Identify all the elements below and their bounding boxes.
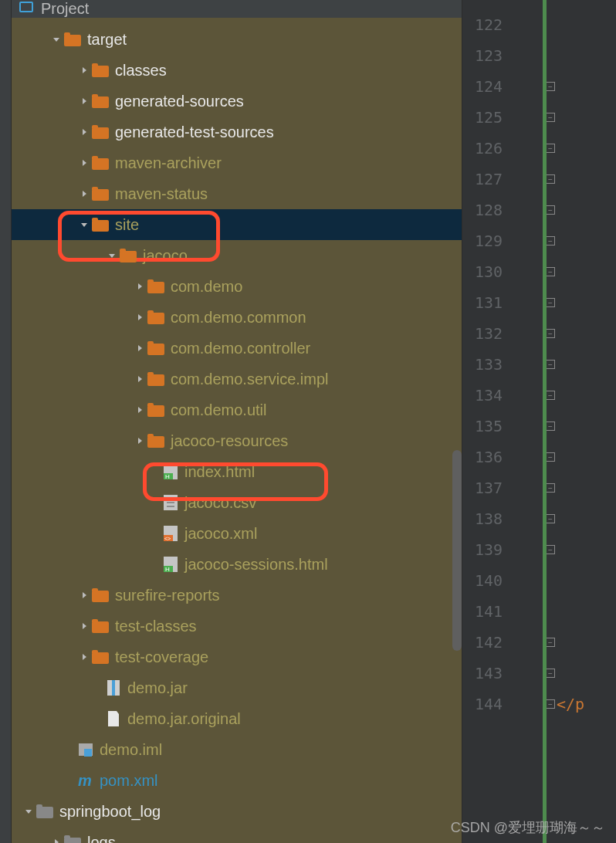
gutter-row[interactable]: − xyxy=(546,503,616,534)
gutter-fold-region[interactable]: −−−−−−−−−−−−−−−−−−−</p xyxy=(512,0,616,843)
expand-arrow-icon[interactable] xyxy=(78,651,90,663)
expand-arrow-icon[interactable] xyxy=(78,157,90,169)
gutter-row[interactable]: − xyxy=(546,164,616,195)
expand-arrow-icon[interactable] xyxy=(134,373,146,385)
expand-arrow-icon[interactable] xyxy=(106,249,118,262)
expand-arrow-icon[interactable] xyxy=(78,126,90,138)
project-tree[interactable]: targetclassesgenerated-sourcesgenerated-… xyxy=(12,18,462,843)
tree-item[interactable]: classes xyxy=(12,55,462,86)
tree-item[interactable]: springboot_log xyxy=(12,796,462,827)
tree-item[interactable]: mpom.xml xyxy=(12,765,462,796)
tree-item[interactable]: demo.jar.original xyxy=(12,703,462,734)
fold-mark-icon[interactable]: − xyxy=(546,298,555,307)
gutter-row[interactable]: − xyxy=(546,442,616,472)
expand-arrow-icon[interactable] xyxy=(78,218,90,231)
panel-header[interactable]: Project xyxy=(12,0,462,18)
fold-mark-icon[interactable]: − xyxy=(546,174,555,184)
expand-arrow-icon[interactable] xyxy=(78,95,90,107)
file-icon xyxy=(106,710,121,727)
fold-mark-icon[interactable]: − xyxy=(546,483,555,493)
fold-mark-icon[interactable]: − xyxy=(546,391,555,400)
tool-window-stripe[interactable] xyxy=(0,0,12,843)
gutter-row[interactable]: − xyxy=(546,133,616,164)
fold-mark-icon[interactable]: − xyxy=(546,699,555,709)
tree-item[interactable]: com.demo.util xyxy=(12,394,462,425)
tree-item[interactable]: generated-sources xyxy=(12,86,462,117)
expand-arrow-icon[interactable] xyxy=(78,188,90,200)
expand-arrow-icon[interactable] xyxy=(134,280,146,293)
expand-arrow-icon[interactable] xyxy=(78,589,90,601)
expand-arrow-icon[interactable] xyxy=(134,435,146,447)
gutter-row[interactable]: − xyxy=(546,225,616,256)
tree-item[interactable]: maven-archiver xyxy=(12,147,462,178)
tree-item[interactable]: demo.jar xyxy=(12,672,462,703)
scrollbar-thumb[interactable] xyxy=(452,450,462,651)
line-number: 128 xyxy=(462,195,503,225)
fold-mark-icon[interactable]: − xyxy=(546,267,555,276)
expand-arrow-icon[interactable] xyxy=(78,620,90,632)
tree-item[interactable]: com.demo xyxy=(12,271,462,302)
tree-item[interactable]: maven-status xyxy=(12,178,462,209)
fold-mark-icon[interactable]: − xyxy=(546,545,555,554)
tree-item[interactable]: test-coverage xyxy=(12,642,462,672)
gutter-row[interactable]: −</p xyxy=(546,689,616,719)
expand-arrow-icon[interactable] xyxy=(78,64,90,76)
gutter-row[interactable] xyxy=(546,565,616,596)
tree-item[interactable]: jacoco.csv xyxy=(12,487,462,518)
tree-item[interactable]: Hindex.html xyxy=(12,456,462,487)
gutter-row[interactable]: − xyxy=(546,627,616,658)
tree-item[interactable]: Hjacoco-sessions.html xyxy=(12,549,462,580)
tree-item[interactable]: jacoco xyxy=(12,240,462,271)
gutter-row[interactable]: − xyxy=(546,658,616,689)
fold-mark-icon[interactable]: − xyxy=(546,144,555,153)
gutter-row[interactable]: − xyxy=(546,102,616,133)
folder-icon xyxy=(147,341,164,355)
fold-mark-icon[interactable]: − xyxy=(546,360,555,369)
tree-item[interactable]: generated-test-sources xyxy=(12,117,462,147)
fold-mark-icon[interactable]: − xyxy=(546,638,555,647)
tree-item[interactable]: logs xyxy=(12,827,462,843)
tree-item[interactable]: surefire-reports xyxy=(12,580,462,611)
gutter-row[interactable]: − xyxy=(546,195,616,225)
gutter-row[interactable]: − xyxy=(546,287,616,318)
tree-item[interactable]: demo.iml xyxy=(12,734,462,765)
fold-mark-icon[interactable]: − xyxy=(546,113,555,122)
gutter-row[interactable] xyxy=(546,596,616,627)
tree-item[interactable]: com.demo.service.impl xyxy=(12,364,462,394)
line-number: 126 xyxy=(462,133,503,164)
expand-arrow-icon[interactable] xyxy=(50,33,63,46)
gutter-row[interactable]: − xyxy=(546,380,616,411)
fold-mark-icon[interactable]: − xyxy=(546,669,555,678)
tree-item[interactable]: com.demo.controller xyxy=(12,333,462,364)
gutter-row[interactable] xyxy=(546,40,616,71)
fold-mark-icon[interactable]: − xyxy=(546,82,555,91)
expand-arrow-icon[interactable] xyxy=(134,311,146,323)
gutter-row[interactable]: − xyxy=(546,349,616,380)
gutter-row[interactable] xyxy=(546,9,616,40)
arrow-placeholder xyxy=(92,713,104,725)
gutter-row[interactable]: − xyxy=(546,411,616,442)
fold-mark-icon[interactable]: − xyxy=(546,514,555,523)
gutter-row[interactable]: − xyxy=(546,534,616,565)
expand-arrow-icon[interactable] xyxy=(22,805,35,818)
fold-mark-icon[interactable]: − xyxy=(546,422,555,431)
gutter-row[interactable]: − xyxy=(546,472,616,503)
gutter-row[interactable]: − xyxy=(546,318,616,349)
tree-item[interactable]: com.demo.common xyxy=(12,302,462,333)
fold-mark-icon[interactable]: − xyxy=(546,236,555,245)
tree-item[interactable]: site xyxy=(12,209,462,240)
gutter-row[interactable]: − xyxy=(546,256,616,287)
tree-item[interactable]: test-classes xyxy=(12,611,462,642)
tree-item-label: generated-test-sources xyxy=(115,124,274,141)
fold-mark-icon[interactable]: − xyxy=(546,329,555,338)
expand-arrow-icon[interactable] xyxy=(50,836,63,843)
fold-mark-icon[interactable]: − xyxy=(546,205,555,215)
fold-mark-icon[interactable]: − xyxy=(546,452,555,462)
expand-arrow-icon[interactable] xyxy=(134,404,146,416)
expand-arrow-icon[interactable] xyxy=(134,342,146,354)
tree-item[interactable]: <>jacoco.xml xyxy=(12,518,462,549)
tree-item[interactable]: jacoco-resources xyxy=(12,425,462,456)
gutter-row[interactable]: − xyxy=(546,71,616,102)
folder-icon xyxy=(92,588,109,602)
tree-item[interactable]: target xyxy=(12,24,462,55)
